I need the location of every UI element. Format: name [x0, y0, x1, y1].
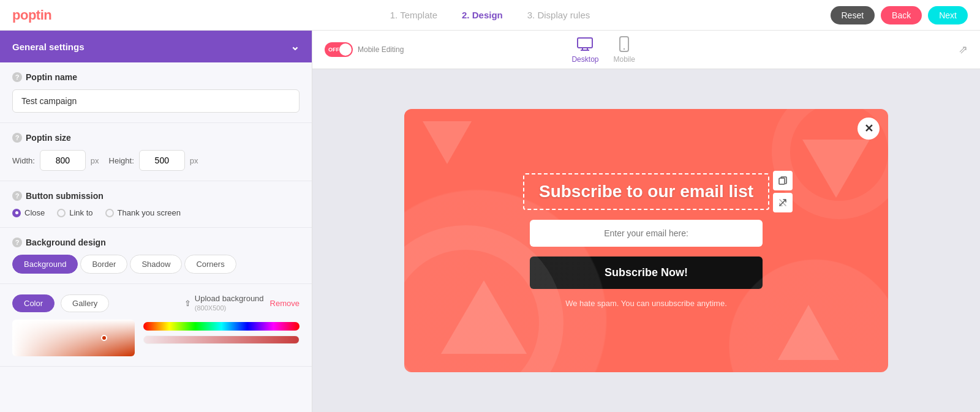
- panel-header: General settings ⌄: [0, 31, 312, 62]
- tab-border[interactable]: Border: [80, 255, 127, 274]
- decor-triangle-2: [778, 305, 839, 360]
- copy-element-button[interactable]: [773, 171, 793, 190]
- color-picker-area: [12, 320, 300, 356]
- device-tab-mobile[interactable]: Mobile: [613, 36, 635, 64]
- hue-slider[interactable]: [143, 322, 300, 331]
- help-icon-background-design[interactable]: ?: [12, 238, 22, 247]
- section-title-button-submission: ? Button submission: [12, 191, 300, 201]
- radio-thank-you-screen[interactable]: Thank you screen: [105, 208, 181, 217]
- toggle-knob: [339, 43, 352, 56]
- section-poptin-name: ? Poptin name: [0, 62, 312, 123]
- color-gradient-dot: [101, 335, 107, 341]
- panel-header-label: General settings: [12, 42, 85, 52]
- height-label: Height:: [109, 156, 134, 165]
- app-logo: poptin: [12, 7, 51, 23]
- next-button[interactable]: Next: [928, 6, 968, 24]
- back-button[interactable]: Back: [881, 6, 922, 24]
- poptin-name-input[interactable]: [12, 89, 300, 113]
- section-poptin-size: ? Poptin size Width: px Height: px: [0, 123, 312, 181]
- help-icon-button-submission[interactable]: ?: [12, 191, 22, 201]
- radio-dot-thank-you: [105, 209, 114, 217]
- submission-radio-row: Close Link to Thank you screen: [12, 208, 300, 217]
- width-label: Width:: [12, 156, 35, 165]
- radio-close[interactable]: Close: [12, 208, 45, 217]
- color-sliders: [143, 320, 300, 344]
- upload-icon: ⇧: [184, 299, 191, 308]
- section-title-poptin-size: ? Poptin size: [12, 133, 300, 143]
- expand-icon[interactable]: ⇗: [959, 43, 968, 56]
- opacity-slider[interactable]: [143, 335, 300, 344]
- width-group: Width: px: [12, 150, 99, 171]
- height-unit: px: [190, 156, 198, 165]
- width-unit: px: [91, 156, 99, 165]
- top-navigation: poptin 1. Template 2. Design 3. Display …: [0, 0, 980, 31]
- popup-title: Subscribe to our email list: [539, 182, 753, 201]
- color-toggle-btn[interactable]: Color: [12, 294, 55, 312]
- popup-title-action-buttons: [773, 171, 793, 212]
- section-title-background-design: ? Background design: [12, 238, 300, 247]
- device-tab-desktop[interactable]: Desktop: [571, 36, 598, 64]
- color-gallery-row: Color Gallery ⇧ Upload background(800X50…: [12, 294, 300, 312]
- decor-triangle-3: [423, 121, 472, 164]
- resize-element-button[interactable]: [773, 193, 793, 212]
- radio-dot-close: [12, 209, 21, 217]
- decor-triangle-1: [441, 280, 527, 354]
- width-input[interactable]: [40, 150, 86, 171]
- remove-background-link[interactable]: Remove: [270, 299, 300, 308]
- size-row: Width: px Height: px: [12, 150, 300, 171]
- left-panel: General settings ⌄ ? Poptin name ? Popti…: [0, 31, 312, 412]
- tab-corners[interactable]: Corners: [184, 255, 236, 274]
- nav-actions: Reset Back Next: [831, 6, 968, 24]
- mobile-tab-label: Mobile: [613, 55, 635, 64]
- reset-button[interactable]: Reset: [831, 6, 875, 24]
- mobile-editing-toggle[interactable]: OFF: [325, 42, 353, 57]
- mobile-editing-label: Mobile Editing: [358, 45, 404, 54]
- popup-close-button[interactable]: ✕: [858, 118, 880, 140]
- popup-preview: ✕ Subscribe to our email list: [404, 109, 888, 372]
- help-icon-poptin-size[interactable]: ?: [12, 133, 22, 143]
- height-input[interactable]: [139, 150, 185, 171]
- device-tabs: Desktop Mobile: [571, 36, 635, 64]
- main-layout: General settings ⌄ ? Poptin name ? Popti…: [0, 31, 980, 412]
- svg-point-5: [624, 48, 625, 50]
- gallery-toggle-btn[interactable]: Gallery: [61, 294, 109, 312]
- logo-text: poptin: [12, 7, 51, 23]
- section-title-poptin-name: ? Poptin name: [12, 72, 300, 82]
- desktop-tab-label: Desktop: [571, 55, 598, 64]
- color-gradient-picker[interactable]: [12, 320, 135, 356]
- radio-dot-link-to: [57, 209, 66, 217]
- section-button-submission: ? Button submission Close Link to Thank …: [0, 181, 312, 228]
- svg-rect-6: [779, 178, 785, 184]
- canvas-body: ✕ Subscribe to our email list: [312, 69, 980, 412]
- popup-email-input[interactable]: [530, 220, 763, 247]
- height-group: Height: px: [109, 150, 198, 171]
- step-indicators: 1. Template 2. Design 3. Display rules: [390, 10, 590, 20]
- section-color-gallery: Color Gallery ⇧ Upload background(800X50…: [0, 284, 312, 367]
- tab-background[interactable]: Background: [12, 255, 78, 274]
- tab-shadow[interactable]: Shadow: [130, 255, 182, 274]
- help-icon-poptin-name[interactable]: ?: [12, 72, 22, 82]
- toggle-off-label: OFF: [328, 47, 339, 53]
- canvas-area: OFF Mobile Editing Desktop: [312, 31, 980, 412]
- popup-title-container[interactable]: Subscribe to our email list: [523, 173, 769, 210]
- canvas-toolbar: OFF Mobile Editing Desktop: [312, 31, 980, 69]
- step-design[interactable]: 2. Design: [462, 10, 503, 20]
- step-display-rules[interactable]: 3. Display rules: [527, 10, 590, 20]
- popup-submit-button[interactable]: Subscribe Now!: [530, 257, 763, 289]
- mobile-editing-toggle-wrap: OFF Mobile Editing: [325, 42, 404, 57]
- panel-collapse-icon[interactable]: ⌄: [290, 40, 300, 53]
- section-background-design: ? Background design Background Border Sh…: [0, 228, 312, 284]
- background-design-tabs: Background Border Shadow Corners: [12, 255, 300, 274]
- popup-spam-text: We hate spam. You can unsubscribe anytim…: [565, 299, 727, 308]
- upload-background-link[interactable]: ⇧ Upload background(800X500) Remove: [184, 294, 300, 312]
- step-template[interactable]: 1. Template: [390, 10, 437, 20]
- radio-link-to[interactable]: Link to: [57, 208, 92, 217]
- svg-rect-0: [578, 38, 592, 48]
- decor-triangle-4: [802, 140, 870, 198]
